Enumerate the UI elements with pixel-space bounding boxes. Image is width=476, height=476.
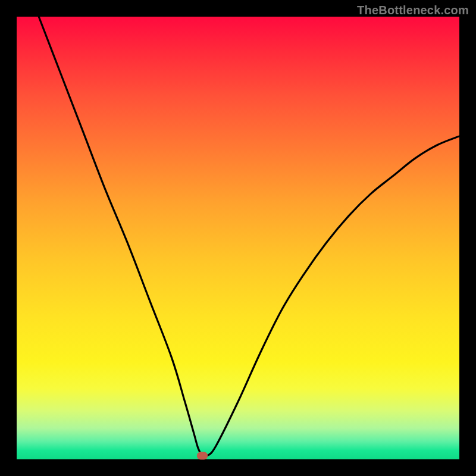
curve-svg (17, 17, 459, 459)
min-point-marker (197, 452, 208, 460)
watermark-text: TheBottleneck.com (357, 4, 469, 17)
chart-container: TheBottleneck.com (0, 0, 476, 476)
plot-area (17, 17, 459, 459)
curve-line (39, 17, 459, 457)
